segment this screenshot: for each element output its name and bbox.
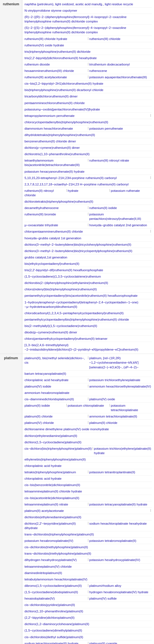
list-item: ammonium hexabromoplatinate [25,390,152,396]
list-item: platinum(II) chloride|ammonium tetrachlo… [25,413,152,420]
list-item: ruthenium(IV) oxide hydrate [25,42,152,49]
list-item: (1,5−cyclooctadiene)(1,3,5−cyclooctatrie… [25,273,152,280]
list-item: tetraammineplatinum(IV) chloride [25,564,152,570]
list-item: (1,5−cyclooctadiene)dimethylplatinum(II) [25,627,152,634]
list-item: chlorodicarbonyl(1,2,3,4,5−pentaphenylcy… [25,310,152,316]
list-item: decamethylruthenocene|ruthenium(II) iodi… [25,205,152,211]
list-item: benzeneruthenium(II) chloride dimer [25,138,152,145]
list-item: dichloro(2,2′−terpyridine)platinum(II) d… [25,520,152,531]
list-item: sodium tetrachloroplatinate(II) hydrate|… [25,640,152,644]
list-item: tetrapropylammonium perruthenate| [25,113,152,119]
list-item: trans−dichlorobis(triethylphosphine)plat… [25,550,152,557]
list-item: N-vinylpyrrolidone styrene copolymer [25,7,152,14]
list-item: chloroplatinic acid hexahydrate|potassiu… [25,377,152,383]
list-item: tetraammineplatinum(II) chloride hydrate [25,488,152,495]
list-item: pentaammineochlororuthenium(II) chloride [25,100,152,106]
list-item: hexaammineruthenium(III) chloride|ruthen… [25,68,152,74]
list-item: tetrakis(triphenylphosphine)platinum|pot… [25,469,152,476]
list-item: dibromo(1,5−cyclooctadiene)platinum(II)|… [25,583,152,589]
list-item: tris(triphenylphosphine)ruthenium(II) di… [25,49,152,55]
list-item: ruthenium(II) nitrosyl chloride|hydrate|… [25,188,152,198]
list-item: (S)−2−[(S)−2−(diphenylphosphino)ferrocen… [25,25,152,36]
list-item: chloroplatinic acid hydrate [25,476,152,482]
platinum-section: platinum platinum(II), bis(methyl seleni… [0,354,154,644]
platinum-label: platinum [0,354,22,644]
list-item: diiodo(p−cymene)ruthenium(II) dimer [25,329,152,336]
list-item: dichloro(3−methyl−2−butenylidene)bis(tri… [25,248,152,254]
list-item: (1,5−cyclooctadiene)diodoplatinum(II)|hy… [25,589,152,595]
list-item: cis−dichlorobis(pyridine)platinum(II) [25,602,152,608]
list-item: barium tetracyanoplatinate(II) [25,371,152,377]
list-item: potassium hexabromoplatinate(IV)|potassi… [25,538,152,544]
list-item: ruthenium(III) acetylacetonate|potassium… [25,74,152,80]
list-item: chloro(indenyl)bis(triphenylphosphine)ru… [25,286,152,293]
list-item: dihydridotetrakis(triphenylphosphine)rut… [25,132,152,138]
list-item: tetrabutylammonium hexachloroplatinate(I… [25,576,152,583]
list-item: dichlorotetrakis(triphenylphosphine)ruth… [25,198,152,205]
list-item: dichloro(1,5−cyclooctadiene)platinum(II) [25,439,152,446]
list-item: μ−oxoacetate trihydrate|hoveyda−grubbs c… [25,222,152,228]
list-item: dichloro(ethylenediamine)platinum(II) [25,433,152,439]
list-item: chloroplatinic acid hydrate [25,463,152,469]
list-item: ruthenium dioxide|triruthenium dodecacar… [25,61,152,68]
list-item: chlorocyclopentadienylbis(triphenylphosp… [25,119,152,125]
list-item: potassiumμ−oxobis[pentachlororuthenate(I… [25,106,152,113]
list-item: dichloro(3−methyl−2−butenylidene)bis(tri… [25,242,152,248]
list-item: cis−dichloro(bis(triphenylphosphine)plat… [25,446,152,456]
list-item: tetraammineplatinum(II) nitrate|potassiu… [25,501,152,508]
list-item: 1−hydroxyteraphenyl−cyclopentadienyl(tet… [25,299,152,310]
list-item: platinum(II) iodide|potassium chloroplat… [25,402,152,413]
list-item: pentamethylcyclopentadienylbis(triphenyl… [25,316,152,323]
list-item: grubbs catalyst,1st generation [25,254,152,261]
list-item: 2,3,7,8,12,13,17,18−octaethyl−21H,23 H−p… [25,181,152,188]
list-item: cis−bis(benzonitrile)dichloroplatinum(II… [25,482,152,488]
list-item: dihydrogen hexahydroxyplatinate(IV)|pota… [25,557,152,563]
list-item: cis−dichlorobis(diethyl sulfide)platinum… [25,634,152,640]
platinum-content: platinum(II), bis(methyl selenide)dichlo… [22,354,154,644]
list-item: pentamethylcyclopentadienyl)tris(acetoni… [25,293,152,299]
list-item: cis−bis(2,2−bipyridyl−2H1)dichlororuthen… [25,80,152,87]
list-item: cis−diamminedichloridoplatinum(II)|plati… [25,396,152,402]
list-item: dichlorobis(2−(diphenylphosphino)ethylam… [25,280,152,286]
ruthenium-label: ruthenium [0,0,22,354]
list-item: hexaiodoplatinate(IV)|platinum(IV) sulfi… [25,595,152,602]
list-item: [1,3−bis(2,4,6−trimethylphenyl)−2−imidaz… [25,342,152,353]
list-item: 5,10,15,20-tetraphenyl−21H,23H-porphine … [25,175,152,181]
list-item: platinum(II) acetylacetonate| [25,508,152,514]
list-item: platinum(IV) chloride|platinum(II) chlor… [25,420,152,426]
list-item: trans−dichlorobis(triphenylphosphine)pla… [25,531,152,538]
list-item: tricarbonyldichlororuthenium(II) dimer [25,93,152,100]
list-item: hoveyda−grubbs catalyst 1st generation [25,235,152,242]
list-item: bis(2−methylallyl)(1,5−cyclooctadiene)ru… [25,323,152,329]
list-item: potassium hexacyanoruthenate(II) hydrate [25,168,152,175]
list-item: (2,2′−bipyridine)dichloroplatinum(II) [25,615,152,621]
list-item: naphtha (petroleum), light oxidized, ace… [25,1,152,7]
list-item: tris(2,2′-bipyridyl−d8)ruthenium(II) hex… [25,267,152,273]
list-item: dichlorotris(1,10−phenanthroline)rutheni… [25,151,152,157]
list-item: dichloro(p−cymene)ruthenium(II) dimer [25,145,152,151]
list-item: ruthenium(III) bromide|potassium pentach… [25,211,152,222]
list-item: bis(triphenylphosphine)ruthenium(II) dic… [25,87,152,93]
ruthenium-section: ruthenium naphtha (petroleum), light oxi… [0,0,154,354]
list-item: platinum(II), bis(methyl selenide)dichlo… [25,355,152,370]
list-item: bis(ethylcyclopentadienyl)ruthenium(II) [25,261,152,267]
list-item: platinum(IV) iodide|ammonium hexachloroe… [25,383,152,390]
list-item: tetraethylammonium bis(acetonitrile)tetr… [25,157,152,168]
list-item: dichloroamine dimethylene platinum(IV) o… [25,426,152,432]
list-item: diaminedinitritoplatinum(II) [25,570,152,576]
list-item: dichloro(1,10−phenanthroline)platinum(II… [25,608,152,615]
list-item: dichlorobis(ethylenediamine)platinum(II) [25,514,152,520]
list-item: chloropentaammineruthenium(II) chloride| [25,228,152,235]
list-item: ruthenium(III) chloride hydrate|rutheniu… [25,36,152,42]
list-item: dichloro(1,2−diaminocyclohexane)platinum… [25,621,152,627]
list-item: diammonium hexachlororuthenate|potassium… [25,125,152,132]
list-item: ethylenebis(triphenylphosphine)platinum(… [25,456,152,463]
list-item: (R)−2−[(R)−2−(diphenylphosphino)ferrocen… [25,14,152,25]
list-item: cis−bis(acetonitrile)dichloroplatinum(II… [25,495,152,501]
list-item: tris(2,2′-bipyridyl)dichlororuthenium(II… [25,55,152,61]
ruthenium-content: naphtha (petroleum), light oxidized, ace… [22,0,154,354]
list-item: cis−dichlorobis(triethylphosphine)platin… [25,544,152,550]
page-container: ruthenium naphtha (petroleum), light oxi… [0,0,154,644]
list-item: chloro(pentamethylcyclopentadienyl)ruthe… [25,336,152,342]
